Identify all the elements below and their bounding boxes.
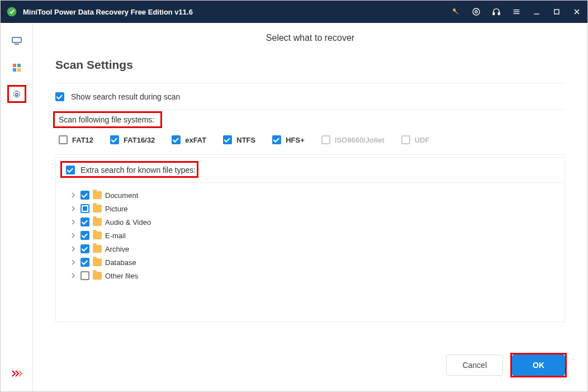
fs-item-iso9660: ISO9660/Joliet (321, 135, 385, 144)
tree-label: Picture (105, 205, 127, 213)
tree-row-email[interactable]: E-mail (69, 229, 565, 242)
app-logo-icon (6, 6, 17, 17)
checkbox-icon[interactable] (80, 231, 89, 240)
checkbox-icon[interactable] (80, 204, 89, 213)
tree-row-archive[interactable]: Archive (69, 242, 565, 256)
svg-rect-4 (498, 12, 500, 15)
fs-item-udf: UDF (401, 135, 430, 144)
folder-icon (93, 191, 102, 199)
folder-icon (93, 272, 102, 280)
svg-rect-15 (17, 64, 21, 67)
checkbox-icon (59, 135, 68, 144)
svg-rect-3 (493, 12, 495, 15)
fs-item-exfat[interactable]: exFAT (172, 135, 206, 144)
chevron-right-icon[interactable] (69, 205, 77, 212)
fs-item-fat12[interactable]: FAT12 (59, 135, 93, 144)
checkbox-icon[interactable] (80, 244, 89, 253)
svg-point-2 (475, 11, 477, 13)
svg-rect-14 (13, 64, 16, 67)
key-icon[interactable] (451, 7, 461, 17)
checkbox-show-during-scan[interactable] (55, 92, 64, 101)
tree-label: Other files (105, 272, 138, 280)
sidebar-item-devices[interactable] (10, 34, 23, 48)
fs-label: FAT12 (72, 136, 93, 144)
tree-label: Audio & Video (105, 218, 151, 226)
chevron-right-icon[interactable] (69, 272, 77, 280)
checkbox-icon[interactable] (80, 218, 89, 226)
checkbox-icon[interactable] (80, 271, 89, 280)
close-icon[interactable] (572, 7, 582, 17)
menu-icon[interactable] (511, 7, 521, 17)
page-header: Select what to recover (33, 23, 587, 50)
minimize-icon[interactable] (532, 7, 542, 17)
checkbox-extra-search[interactable] (66, 166, 75, 174)
folder-icon (93, 205, 102, 212)
checkbox-icon (172, 135, 181, 144)
file-type-tree: Document Picture Audio & Video (56, 183, 565, 322)
tree-row-document[interactable]: Document (69, 188, 565, 202)
tree-label: Database (105, 258, 136, 267)
tree-label: Archive (105, 245, 129, 253)
fs-label: ISO9660/Joliet (335, 136, 385, 144)
file-types-container: Extra search for known file types: Docum… (55, 157, 565, 322)
svg-point-1 (473, 8, 480, 15)
label-show-during-scan: Show search result during scan (71, 92, 180, 101)
svg-point-0 (7, 7, 17, 17)
chevron-right-icon[interactable] (69, 232, 77, 239)
sidebar (1, 23, 33, 391)
fs-label: exFAT (185, 136, 206, 144)
checkbox-icon[interactable] (80, 191, 89, 200)
fs-item-hfsplus[interactable]: HFS+ (272, 135, 305, 144)
ok-button[interactable]: OK (512, 355, 565, 376)
checkbox-icon (272, 135, 281, 144)
tree-label: Document (105, 191, 138, 200)
sidebar-expand-icon[interactable] (10, 367, 23, 380)
app-title: MiniTool Power Data Recovery Free Editio… (23, 8, 451, 16)
folder-icon (93, 232, 102, 239)
chevron-right-icon[interactable] (69, 245, 77, 253)
fs-label: UDF (415, 136, 430, 144)
folder-icon (93, 218, 102, 226)
fs-label: NTFS (236, 136, 255, 144)
svg-point-18 (15, 93, 18, 96)
settings-title: Scan Settings (55, 50, 565, 83)
disc-icon[interactable] (471, 7, 481, 17)
tree-row-audio-video[interactable]: Audio & Video (69, 215, 565, 229)
maximize-icon[interactable] (552, 7, 562, 17)
fs-checkbox-row: FAT12 FAT16/32 exFAT NTFS HFS+ (55, 125, 565, 155)
checkbox-icon[interactable] (80, 258, 89, 267)
folder-icon (93, 258, 102, 266)
svg-rect-9 (554, 10, 559, 14)
checkbox-icon (110, 135, 119, 144)
chevron-right-icon[interactable] (69, 191, 77, 199)
svg-rect-17 (17, 68, 21, 72)
folder-icon (93, 245, 102, 253)
sidebar-item-apps[interactable] (10, 61, 23, 74)
headphones-icon[interactable] (491, 7, 501, 17)
checkbox-icon (223, 135, 232, 144)
checkbox-icon (321, 135, 330, 144)
ok-button-label: OK (533, 361, 544, 370)
fs-item-ntfs[interactable]: NTFS (223, 135, 255, 144)
checkbox-icon (401, 135, 410, 144)
fs-label: FAT16/32 (124, 136, 155, 144)
fs-section-label: Scan following file systems: (55, 110, 158, 125)
tree-row-other-files[interactable]: Other files (69, 269, 565, 282)
svg-rect-16 (13, 68, 16, 72)
fs-label: HFS+ (286, 136, 305, 144)
sidebar-item-settings[interactable] (10, 88, 23, 101)
ft-header-label: Extra search for known file types: (80, 166, 196, 174)
chevron-right-icon[interactable] (69, 218, 77, 226)
tree-row-picture[interactable]: Picture (69, 202, 565, 215)
tree-label: E-mail (105, 232, 126, 240)
tree-row-database[interactable]: Database (69, 256, 565, 269)
svg-rect-12 (12, 37, 21, 42)
chevron-right-icon[interactable] (69, 258, 77, 266)
cancel-button[interactable]: Cancel (446, 355, 503, 376)
titlebar: MiniTool Power Data Recovery Free Editio… (1, 1, 587, 23)
fs-item-fat1632[interactable]: FAT16/32 (110, 135, 155, 144)
